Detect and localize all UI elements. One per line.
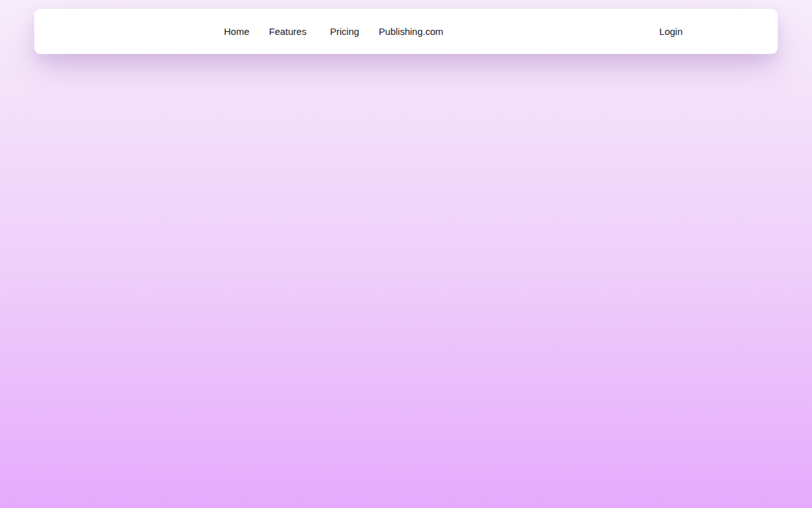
nav-link-publishing[interactable]: Publishing.com (379, 27, 443, 36)
main-navigation: Home Features Pricing Publishing.com (224, 9, 443, 54)
nav-link-features[interactable]: Features (269, 27, 306, 36)
login-link[interactable]: Login (659, 27, 683, 36)
nav-link-home[interactable]: Home (224, 27, 249, 36)
nav-link-pricing[interactable]: Pricing (330, 27, 359, 36)
top-navbar: Home Features Pricing Publishing.com Log… (34, 9, 778, 54)
navbar-right-section: Login (659, 9, 683, 54)
